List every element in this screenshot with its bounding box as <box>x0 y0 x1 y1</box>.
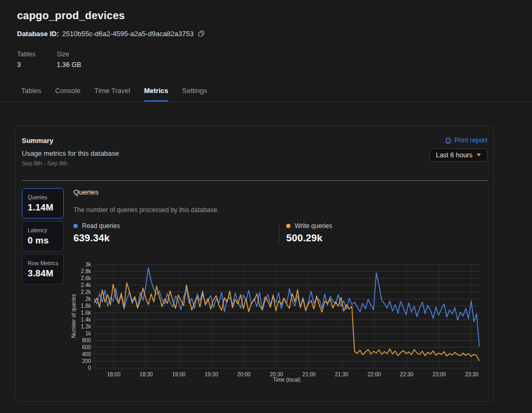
metrics-panel: Summary Usage metrics for this database … <box>15 125 494 402</box>
queries-line-chart: 3k2.8k2.6k2.4k2.2k2k1.8k1.6k1.4k1.2k1k80… <box>68 258 487 387</box>
tab-tables[interactable]: Tables <box>21 87 41 102</box>
stat-tables-label: Tables <box>17 50 36 58</box>
summary-header: Summary Usage metrics for this database … <box>22 137 487 166</box>
time-range-dropdown[interactable]: Last 6 hours <box>429 148 487 162</box>
print-report-link[interactable]: Print report <box>445 137 487 144</box>
y-axis-tick-label: 400 <box>82 351 91 357</box>
stat-tables-value: 3 <box>17 61 36 69</box>
database-id-row: Database ID: 2510b55c-d6a2-4595-a2a5-d9a… <box>17 30 532 38</box>
y-axis-tick-label: 1.4k <box>81 317 92 323</box>
printer-icon <box>445 137 452 144</box>
summary-divider <box>22 180 487 181</box>
x-axis-tick-label: 19:00 <box>172 372 186 377</box>
summary-title: Summary <box>22 137 119 145</box>
y-axis-tick-label: 3k <box>85 262 92 267</box>
tab-settings[interactable]: Settings <box>182 87 207 102</box>
metric-card-value: 0 ms <box>28 235 63 246</box>
tab-console[interactable]: Console <box>55 87 81 102</box>
tab-bar: Tables Console Time Travel Metrics Setti… <box>0 87 532 102</box>
tab-time-travel[interactable]: Time Travel <box>94 87 130 102</box>
stat-tables: Tables 3 <box>17 50 36 69</box>
time-range-value: Last 6 hours <box>436 151 472 159</box>
x-axis-tick-label: 22:30 <box>400 372 413 377</box>
stat-size-value: 1.36 GB <box>57 61 81 69</box>
copy-icon[interactable] <box>198 30 205 37</box>
write-queries-dot-icon <box>286 224 290 228</box>
x-axis-tick-label: 22:00 <box>368 372 381 377</box>
database-stats: Tables 3 Size 1.36 GB <box>17 50 532 69</box>
y-axis-tick-label: 2.8k <box>81 268 92 274</box>
x-axis-title: Time (local) <box>273 377 301 383</box>
tab-metrics[interactable]: Metrics <box>144 87 169 102</box>
metric-card-row-metrics[interactable]: Row Metrics 3.84M <box>22 254 64 284</box>
metric-card-label: Queries <box>28 194 63 200</box>
x-axis-tick-label: 18:00 <box>107 372 120 377</box>
database-id-label: Database ID: <box>17 30 59 38</box>
metric-card-list: Queries 1.14M Latency 0 ms Row Metrics 3… <box>22 188 64 390</box>
metric-card-label: Row Metrics <box>28 260 63 266</box>
y-axis-tick-label: 800 <box>82 338 91 343</box>
metrics-body: Queries 1.14M Latency 0 ms Row Metrics 3… <box>22 188 487 390</box>
write-queries-value: 500.29k <box>286 232 485 244</box>
y-axis-tick-label: 1.8k <box>81 303 92 309</box>
x-axis-tick-label: 23:00 <box>433 372 446 377</box>
x-axis-tick-label: 21:00 <box>302 372 315 377</box>
summary-subtitle: Usage metrics for this database <box>22 149 119 157</box>
page-title: capgo_prod_devices <box>17 10 532 22</box>
y-axis-tick-label: 1.6k <box>81 310 92 316</box>
read-queries-value: 639.34k <box>73 232 279 244</box>
summary-text-block: Summary Usage metrics for this database … <box>22 137 119 166</box>
database-id-value: 2510b55c-d6a2-4595-a2a5-d9aca82a3753 <box>62 30 194 38</box>
y-axis-title: Number of queries <box>71 294 77 338</box>
x-axis-tick-label: 18:30 <box>139 372 153 377</box>
y-axis-tick-label: 2.6k <box>81 275 92 281</box>
y-axis-tick-label: 0 <box>88 365 91 371</box>
database-metrics-page: capgo_prod_devices Database ID: 2510b55c… <box>0 0 532 413</box>
stat-size-label: Size <box>57 50 81 58</box>
metric-card-value: 1.14M <box>28 203 63 213</box>
x-axis-tick-label: 21:30 <box>335 372 348 377</box>
x-axis-tick-label: 20:00 <box>237 372 251 377</box>
write-queries-total: Write queries 500.29k <box>279 222 485 244</box>
queries-section-description: The number of queries processed by this … <box>73 206 487 214</box>
summary-date-range: Sep 8th - Sep 8th <box>22 160 119 166</box>
read-queries-line <box>94 268 479 347</box>
read-queries-label: Read queries <box>82 222 120 230</box>
y-axis-tick-label: 2k <box>85 296 92 302</box>
y-axis-tick-label: 200 <box>82 358 91 364</box>
queries-section: Queries The number of queries processed … <box>73 188 487 390</box>
metric-card-value: 3.84M <box>28 268 63 279</box>
chevron-down-icon <box>477 154 481 156</box>
y-axis-tick-label: 1.2k <box>81 324 92 330</box>
metric-card-latency[interactable]: Latency 0 ms <box>22 221 64 251</box>
y-axis-tick-label: 1k <box>85 331 92 336</box>
summary-controls: Print report Last 6 hours <box>429 137 487 162</box>
metric-card-queries[interactable]: Queries 1.14M <box>22 188 64 218</box>
x-axis-tick-label: 23:30 <box>465 372 478 377</box>
query-totals-row: Read queries 639.34k Write queries 500.2… <box>73 222 487 244</box>
queries-section-title: Queries <box>73 188 487 196</box>
y-axis-tick-label: 2.2k <box>81 289 92 295</box>
queries-chart-container: 3k2.8k2.6k2.4k2.2k2k1.8k1.6k1.4k1.2k1k80… <box>68 258 487 390</box>
write-queries-label: Write queries <box>295 222 332 230</box>
stat-size: Size 1.36 GB <box>57 50 81 69</box>
write-queries-line <box>94 283 479 361</box>
metric-card-label: Latency <box>28 227 63 233</box>
y-axis-tick-label: 600 <box>82 344 91 350</box>
read-queries-legend: Read queries <box>73 222 279 230</box>
print-report-label: Print report <box>454 137 487 144</box>
write-queries-legend: Write queries <box>286 222 485 230</box>
read-queries-total: Read queries 639.34k <box>73 222 279 244</box>
y-axis-tick-label: 2.4k <box>81 282 92 288</box>
x-axis-tick-label: 19:30 <box>205 372 218 377</box>
read-queries-dot-icon <box>73 224 78 228</box>
